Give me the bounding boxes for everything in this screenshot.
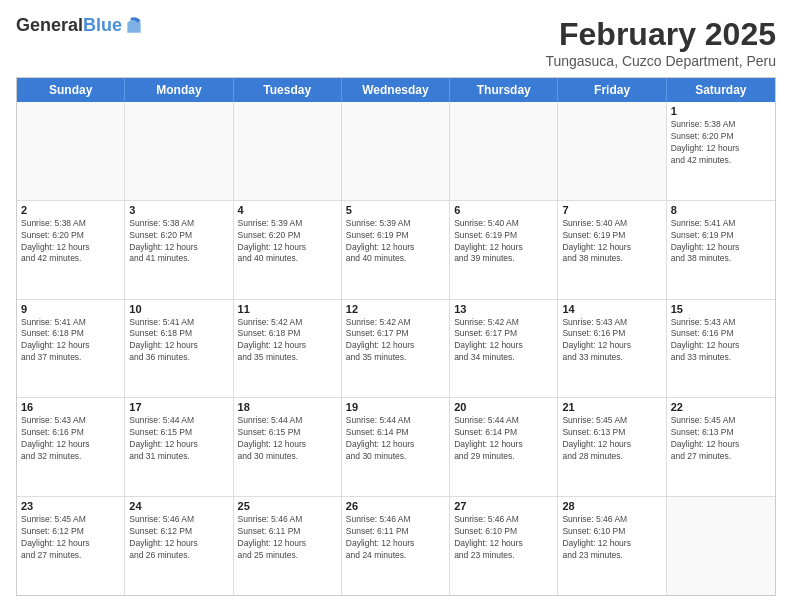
day-number: 20 xyxy=(454,401,553,413)
calendar-cell: 5Sunrise: 5:39 AM Sunset: 6:19 PM Daylig… xyxy=(342,201,450,299)
calendar-header: Sunday Monday Tuesday Wednesday Thursday… xyxy=(17,78,775,102)
day-info: Sunrise: 5:46 AM Sunset: 6:10 PM Dayligh… xyxy=(454,514,553,562)
day-info: Sunrise: 5:44 AM Sunset: 6:14 PM Dayligh… xyxy=(346,415,445,463)
calendar-cell xyxy=(17,102,125,200)
calendar-cell: 12Sunrise: 5:42 AM Sunset: 6:17 PM Dayli… xyxy=(342,300,450,398)
day-number: 5 xyxy=(346,204,445,216)
calendar-cell: 20Sunrise: 5:44 AM Sunset: 6:14 PM Dayli… xyxy=(450,398,558,496)
header-thursday: Thursday xyxy=(450,78,558,102)
day-number: 12 xyxy=(346,303,445,315)
header-sunday: Sunday xyxy=(17,78,125,102)
day-number: 24 xyxy=(129,500,228,512)
day-info: Sunrise: 5:43 AM Sunset: 6:16 PM Dayligh… xyxy=(671,317,771,365)
week-row-1: 2Sunrise: 5:38 AM Sunset: 6:20 PM Daylig… xyxy=(17,200,775,299)
week-row-4: 23Sunrise: 5:45 AM Sunset: 6:12 PM Dayli… xyxy=(17,496,775,595)
day-number: 6 xyxy=(454,204,553,216)
calendar-cell: 1Sunrise: 5:38 AM Sunset: 6:20 PM Daylig… xyxy=(667,102,775,200)
day-number: 18 xyxy=(238,401,337,413)
calendar-cell: 23Sunrise: 5:45 AM Sunset: 6:12 PM Dayli… xyxy=(17,497,125,595)
day-info: Sunrise: 5:46 AM Sunset: 6:11 PM Dayligh… xyxy=(346,514,445,562)
day-info: Sunrise: 5:42 AM Sunset: 6:17 PM Dayligh… xyxy=(346,317,445,365)
calendar-cell xyxy=(125,102,233,200)
title-section: February 2025 Tungasuca, Cuzco Departmen… xyxy=(545,16,776,69)
calendar-cell: 2Sunrise: 5:38 AM Sunset: 6:20 PM Daylig… xyxy=(17,201,125,299)
calendar-cell xyxy=(450,102,558,200)
day-number: 8 xyxy=(671,204,771,216)
header-monday: Monday xyxy=(125,78,233,102)
day-info: Sunrise: 5:39 AM Sunset: 6:20 PM Dayligh… xyxy=(238,218,337,266)
calendar-cell: 11Sunrise: 5:42 AM Sunset: 6:18 PM Dayli… xyxy=(234,300,342,398)
calendar-cell: 15Sunrise: 5:43 AM Sunset: 6:16 PM Dayli… xyxy=(667,300,775,398)
calendar-cell: 16Sunrise: 5:43 AM Sunset: 6:16 PM Dayli… xyxy=(17,398,125,496)
logo: GeneralBlue xyxy=(16,16,144,36)
day-number: 25 xyxy=(238,500,337,512)
calendar-cell: 27Sunrise: 5:46 AM Sunset: 6:10 PM Dayli… xyxy=(450,497,558,595)
day-number: 2 xyxy=(21,204,120,216)
week-row-2: 9Sunrise: 5:41 AM Sunset: 6:18 PM Daylig… xyxy=(17,299,775,398)
day-number: 14 xyxy=(562,303,661,315)
day-info: Sunrise: 5:41 AM Sunset: 6:19 PM Dayligh… xyxy=(671,218,771,266)
day-number: 1 xyxy=(671,105,771,117)
calendar-cell: 18Sunrise: 5:44 AM Sunset: 6:15 PM Dayli… xyxy=(234,398,342,496)
calendar-cell xyxy=(667,497,775,595)
day-info: Sunrise: 5:43 AM Sunset: 6:16 PM Dayligh… xyxy=(21,415,120,463)
header: GeneralBlue February 2025 Tungasuca, Cuz… xyxy=(16,16,776,69)
month-title: February 2025 xyxy=(545,16,776,53)
header-friday: Friday xyxy=(558,78,666,102)
day-info: Sunrise: 5:38 AM Sunset: 6:20 PM Dayligh… xyxy=(129,218,228,266)
day-info: Sunrise: 5:45 AM Sunset: 6:13 PM Dayligh… xyxy=(562,415,661,463)
calendar-cell xyxy=(342,102,450,200)
calendar-cell: 4Sunrise: 5:39 AM Sunset: 6:20 PM Daylig… xyxy=(234,201,342,299)
day-number: 22 xyxy=(671,401,771,413)
day-number: 7 xyxy=(562,204,661,216)
calendar-cell: 24Sunrise: 5:46 AM Sunset: 6:12 PM Dayli… xyxy=(125,497,233,595)
location-title: Tungasuca, Cuzco Department, Peru xyxy=(545,53,776,69)
day-number: 15 xyxy=(671,303,771,315)
day-info: Sunrise: 5:39 AM Sunset: 6:19 PM Dayligh… xyxy=(346,218,445,266)
calendar-cell: 10Sunrise: 5:41 AM Sunset: 6:18 PM Dayli… xyxy=(125,300,233,398)
day-number: 9 xyxy=(21,303,120,315)
day-info: Sunrise: 5:38 AM Sunset: 6:20 PM Dayligh… xyxy=(671,119,771,167)
day-info: Sunrise: 5:44 AM Sunset: 6:15 PM Dayligh… xyxy=(129,415,228,463)
week-row-3: 16Sunrise: 5:43 AM Sunset: 6:16 PM Dayli… xyxy=(17,397,775,496)
calendar-cell xyxy=(558,102,666,200)
logo-text: GeneralBlue xyxy=(16,16,122,36)
day-number: 28 xyxy=(562,500,661,512)
day-info: Sunrise: 5:44 AM Sunset: 6:15 PM Dayligh… xyxy=(238,415,337,463)
day-number: 3 xyxy=(129,204,228,216)
calendar-cell: 6Sunrise: 5:40 AM Sunset: 6:19 PM Daylig… xyxy=(450,201,558,299)
day-info: Sunrise: 5:43 AM Sunset: 6:16 PM Dayligh… xyxy=(562,317,661,365)
day-number: 21 xyxy=(562,401,661,413)
calendar-cell: 22Sunrise: 5:45 AM Sunset: 6:13 PM Dayli… xyxy=(667,398,775,496)
day-info: Sunrise: 5:45 AM Sunset: 6:13 PM Dayligh… xyxy=(671,415,771,463)
calendar-cell: 17Sunrise: 5:44 AM Sunset: 6:15 PM Dayli… xyxy=(125,398,233,496)
day-number: 26 xyxy=(346,500,445,512)
calendar-cell: 19Sunrise: 5:44 AM Sunset: 6:14 PM Dayli… xyxy=(342,398,450,496)
calendar-cell xyxy=(234,102,342,200)
logo-icon xyxy=(124,16,144,36)
day-info: Sunrise: 5:42 AM Sunset: 6:17 PM Dayligh… xyxy=(454,317,553,365)
day-number: 11 xyxy=(238,303,337,315)
day-number: 17 xyxy=(129,401,228,413)
calendar-cell: 3Sunrise: 5:38 AM Sunset: 6:20 PM Daylig… xyxy=(125,201,233,299)
day-info: Sunrise: 5:40 AM Sunset: 6:19 PM Dayligh… xyxy=(454,218,553,266)
calendar-cell: 8Sunrise: 5:41 AM Sunset: 6:19 PM Daylig… xyxy=(667,201,775,299)
day-info: Sunrise: 5:38 AM Sunset: 6:20 PM Dayligh… xyxy=(21,218,120,266)
calendar: Sunday Monday Tuesday Wednesday Thursday… xyxy=(16,77,776,596)
day-number: 16 xyxy=(21,401,120,413)
day-number: 10 xyxy=(129,303,228,315)
day-info: Sunrise: 5:46 AM Sunset: 6:11 PM Dayligh… xyxy=(238,514,337,562)
day-number: 27 xyxy=(454,500,553,512)
calendar-cell: 9Sunrise: 5:41 AM Sunset: 6:18 PM Daylig… xyxy=(17,300,125,398)
day-info: Sunrise: 5:46 AM Sunset: 6:12 PM Dayligh… xyxy=(129,514,228,562)
day-info: Sunrise: 5:46 AM Sunset: 6:10 PM Dayligh… xyxy=(562,514,661,562)
calendar-cell: 14Sunrise: 5:43 AM Sunset: 6:16 PM Dayli… xyxy=(558,300,666,398)
day-number: 19 xyxy=(346,401,445,413)
day-info: Sunrise: 5:44 AM Sunset: 6:14 PM Dayligh… xyxy=(454,415,553,463)
calendar-cell: 21Sunrise: 5:45 AM Sunset: 6:13 PM Dayli… xyxy=(558,398,666,496)
calendar-cell: 28Sunrise: 5:46 AM Sunset: 6:10 PM Dayli… xyxy=(558,497,666,595)
calendar-cell: 13Sunrise: 5:42 AM Sunset: 6:17 PM Dayli… xyxy=(450,300,558,398)
page: GeneralBlue February 2025 Tungasuca, Cuz… xyxy=(0,0,792,612)
week-row-0: 1Sunrise: 5:38 AM Sunset: 6:20 PM Daylig… xyxy=(17,102,775,200)
day-info: Sunrise: 5:45 AM Sunset: 6:12 PM Dayligh… xyxy=(21,514,120,562)
